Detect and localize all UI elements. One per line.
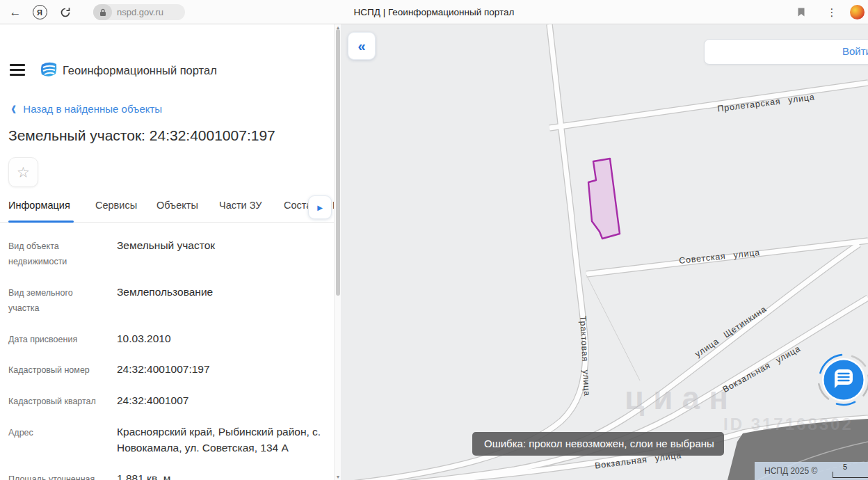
selected-parcel-polygon[interactable] bbox=[588, 159, 620, 239]
tab-parcel-parts[interactable]: Части ЗУ bbox=[219, 200, 262, 222]
browser-toolbar: ← Я nspd.gov.ru НСПД | Геоинформационный… bbox=[0, 0, 868, 24]
page-title: Земельный участок: 24:32:4001007:197 bbox=[8, 127, 275, 144]
map-attribution: НСПД 2025 © 5 bbox=[755, 462, 868, 480]
scrollbar-thumb[interactable] bbox=[336, 29, 340, 296]
error-toast: Ошибка: прокол невозможен, слои не выбра… bbox=[472, 432, 724, 456]
scale-bar bbox=[833, 472, 868, 478]
roads bbox=[341, 24, 868, 480]
map-graphics: Пролетарская улица Советская улица Тракт… bbox=[341, 24, 868, 480]
hamburger-menu-icon[interactable] bbox=[10, 64, 25, 79]
cian-watermark-id: ID 317168302 bbox=[723, 415, 853, 434]
app-title: Геоинформационный портал bbox=[63, 64, 217, 77]
tab-services[interactable]: Сервисы bbox=[95, 200, 137, 222]
field-row: Вид земельного участкаЗемлепользование bbox=[8, 284, 326, 317]
collapse-panel-button[interactable]: « bbox=[348, 32, 376, 60]
tab-objects[interactable]: Объекты bbox=[156, 200, 198, 222]
bookmark-icon[interactable] bbox=[791, 0, 811, 24]
panel-scrollbar[interactable]: ▲ ▼ bbox=[334, 24, 341, 480]
login-button[interactable]: Войти bbox=[704, 39, 868, 65]
street-label-shchetinkina: улица Щетинкина bbox=[693, 304, 769, 359]
field-row: Кадастровый квартал24:32:4001007 bbox=[8, 392, 326, 410]
scale-number: 5 bbox=[843, 463, 847, 471]
chat-widget-button[interactable] bbox=[812, 348, 868, 412]
profile-avatar[interactable] bbox=[850, 5, 865, 19]
field-row: АдресКрасноярский край, Рыбинский район,… bbox=[8, 424, 326, 456]
block-boundary-line bbox=[586, 275, 640, 381]
page: ← Я nspd.gov.ru НСПД | Геоинформационный… bbox=[0, 0, 868, 480]
field-row: Кадастровый номер24:32:4001007:197 bbox=[8, 361, 326, 378]
login-button-label: Войти bbox=[842, 45, 868, 57]
cian-watermark: циан bbox=[625, 379, 737, 417]
field-row: Площадь уточненная1 881 кв. м bbox=[8, 470, 326, 480]
attribution-text: НСПД 2025 © bbox=[764, 466, 817, 476]
back-link[interactable]: ‹ Назад в найденные объекты bbox=[11, 102, 162, 115]
active-tab-underline bbox=[8, 221, 74, 223]
chevron-left-icon: ‹ bbox=[11, 100, 16, 116]
tabs-scroll-right-button[interactable]: ▶ bbox=[308, 195, 332, 219]
field-row: Дата присвоения10.03.2010 bbox=[8, 330, 326, 348]
browser-tab-title: НСПД | Геоинформационный портал bbox=[0, 0, 868, 24]
info-panel: Геоинформационный портал ‹ Назад в найде… bbox=[0, 24, 334, 480]
field-row: Вид объекта недвижимостиЗемельный участо… bbox=[8, 237, 326, 270]
tab-information[interactable]: Информация bbox=[8, 200, 70, 222]
street-label-sovetskaya: Советская улица bbox=[679, 248, 761, 266]
browser-menu-icon[interactable]: ⋮ bbox=[823, 0, 840, 24]
map-canvas[interactable]: Пролетарская улица Советская улица Тракт… bbox=[341, 24, 868, 480]
tabs-bar: Информация Сервисы Объекты Части ЗУ Сост… bbox=[0, 200, 334, 223]
attribute-list: Вид объекта недвижимостиЗемельный участо… bbox=[8, 237, 326, 480]
favorite-star-button[interactable]: ☆ bbox=[8, 157, 38, 187]
nspd-logo-icon bbox=[39, 60, 58, 79]
